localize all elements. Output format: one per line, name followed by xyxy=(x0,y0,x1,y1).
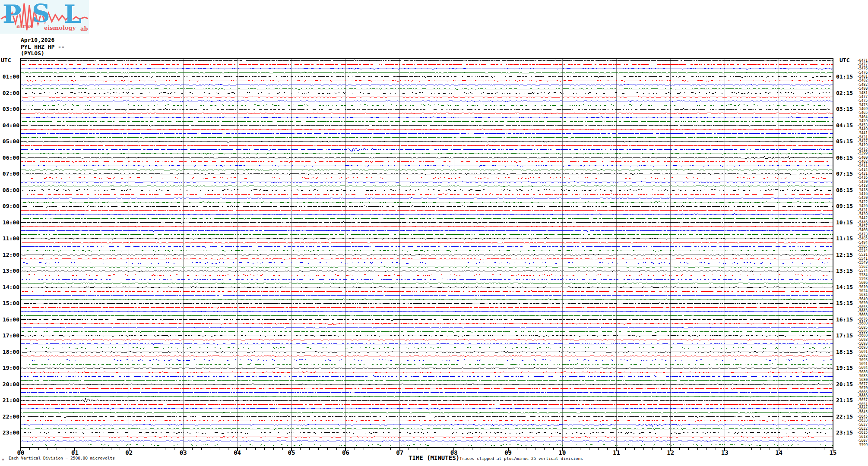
trace-08:30 xyxy=(21,198,833,199)
trace-offset-value: -5668 xyxy=(855,314,868,317)
trace-10:45 xyxy=(21,234,833,235)
trace-offset-value: -5666 xyxy=(855,391,868,394)
plot-border xyxy=(21,58,833,447)
x-tick-label-13: 13 xyxy=(718,450,731,456)
hour-label-right-02:15: 02:15 xyxy=(836,90,853,96)
hour-label-left-15:00: 15:00 xyxy=(0,300,19,306)
hour-label-right-13:15: 13:15 xyxy=(836,268,853,274)
trace-offset-value: -5469 xyxy=(855,107,868,111)
trace-11:15 xyxy=(21,242,833,244)
hour-label-right-03:15: 03:15 xyxy=(836,106,853,112)
trace-offset-value: -5693 xyxy=(855,346,868,350)
x-tick-label-14: 14 xyxy=(773,450,786,456)
trace-23:30 xyxy=(21,441,833,442)
trace-offset-value: -5442 xyxy=(855,217,868,220)
trace-offset-value: -5574 xyxy=(855,269,868,273)
trace-11:30 xyxy=(21,246,833,247)
trace-offset-value: -5416 xyxy=(855,176,868,179)
trace-04:45 xyxy=(21,137,833,139)
trace-08:45 xyxy=(21,202,833,203)
trace-19:00 xyxy=(21,368,833,369)
trace-04:00 xyxy=(21,125,833,126)
trace-offset-value: -5613 xyxy=(855,435,868,439)
trace-offset-value: -5693 xyxy=(855,342,868,346)
trace-17:15 xyxy=(21,339,833,340)
trace-12:00 xyxy=(21,254,833,256)
hour-label-right-18:15: 18:15 xyxy=(836,349,853,355)
hour-label-left-16:00: 16:00 xyxy=(0,317,19,322)
trace-offset-value: -5691 xyxy=(855,350,868,354)
trace-offset-value: -5465 xyxy=(855,111,868,115)
hour-label-left-04:00: 04:00 xyxy=(0,123,19,128)
trace-05:15 xyxy=(21,145,833,146)
trace-offset-value: -5599 xyxy=(855,444,868,447)
trace-offset-value: -5606 xyxy=(855,281,868,285)
trace-09:00 xyxy=(21,206,833,208)
trace-01:30 xyxy=(21,85,833,85)
trace-offset-value: -5420 xyxy=(855,180,868,184)
trace-16:45 xyxy=(21,331,833,333)
hour-label-left-13:00: 13:00 xyxy=(0,268,19,274)
hour-label-right-08:15: 08:15 xyxy=(836,187,853,193)
trace-offset-value: -5431 xyxy=(855,136,868,139)
trace-offset-value: -5459 xyxy=(855,120,868,123)
trace-offset-value: -5494 xyxy=(855,241,868,245)
trace-offset-value: -5615 xyxy=(855,431,868,435)
trace-06:00 xyxy=(21,157,833,159)
trace-20:00 xyxy=(21,383,833,385)
trace-21:00 xyxy=(21,398,833,402)
trace-06:30 xyxy=(21,165,833,166)
x-tick-label-01: 01 xyxy=(68,450,81,456)
trace-07:45 xyxy=(21,185,833,186)
trace-offset-value: -5453 xyxy=(855,124,868,127)
trace-offset-value: -5694 xyxy=(855,366,868,370)
x-tick-label-02: 02 xyxy=(123,450,136,456)
hour-label-right-16:15: 16:15 xyxy=(836,317,853,322)
x-tick-label-03: 03 xyxy=(177,450,190,456)
trace-07:30 xyxy=(21,182,833,183)
hour-label-left-07:00: 07:00 xyxy=(0,171,19,176)
vertical-scale-note: Each Vertical Division = 2500.00 microvo… xyxy=(9,456,115,460)
trace-21:45 xyxy=(21,412,833,413)
trace-offset-value: -5411 xyxy=(855,164,868,167)
trace-offset-value: -5477 xyxy=(855,95,868,99)
trace-02:30 xyxy=(21,101,833,102)
trace-18:30 xyxy=(21,359,833,361)
hour-label-left-19:00: 19:00 xyxy=(0,365,19,371)
trace-22:45 xyxy=(21,428,833,429)
hour-label-right-06:15: 06:15 xyxy=(836,155,853,161)
hour-label-right-19:15: 19:15 xyxy=(836,365,853,371)
hour-label-right-04:15: 04:15 xyxy=(836,123,853,128)
trace-offset-value: -5412 xyxy=(855,148,868,151)
trace-offset-value: -5421 xyxy=(855,172,868,176)
trace-14:45 xyxy=(21,299,833,300)
trace-offset-value: -5414 xyxy=(855,168,868,172)
trace-11:45 xyxy=(21,250,833,251)
trace-13:15 xyxy=(21,274,833,276)
trace-18:45 xyxy=(21,364,833,365)
clip-note: Traces clipped at plus/minus 25 vertical… xyxy=(459,457,583,461)
trace-offset-value: -5531 xyxy=(855,253,868,257)
hour-label-left-14:00: 14:00 xyxy=(0,284,19,290)
trace-10:15 xyxy=(21,226,833,227)
hour-label-left-08:00: 08:00 xyxy=(0,187,19,193)
trace-20:45 xyxy=(21,396,833,397)
hour-label-right-15:15: 15:15 xyxy=(836,300,853,306)
artifact-mark: m xyxy=(2,458,4,461)
trace-16:30 xyxy=(21,327,833,328)
trace-offset-value: -5446 xyxy=(855,221,868,224)
helicorder-page: P S L atras eismology ab Apr10,2026 PYL … xyxy=(0,0,868,466)
trace-offset-value: -5624 xyxy=(855,290,868,293)
trace-offset-value: -5688 xyxy=(855,334,868,337)
trace-offset-value: -5418 xyxy=(855,184,868,188)
x-tick-label-15: 15 xyxy=(827,450,839,456)
trace-offset-value: -5549 xyxy=(855,261,868,264)
hour-label-right-05:15: 05:15 xyxy=(836,139,853,144)
hour-label-left-06:00: 06:00 xyxy=(0,155,19,161)
trace-06:45 xyxy=(21,169,833,170)
trace-offset-value: -5634 xyxy=(855,293,868,297)
hour-label-right-09:15: 09:15 xyxy=(836,203,853,209)
trace-offset-value: -5485 xyxy=(855,237,868,240)
trace-14:30 xyxy=(21,295,833,296)
trace-00:30 xyxy=(21,68,833,69)
